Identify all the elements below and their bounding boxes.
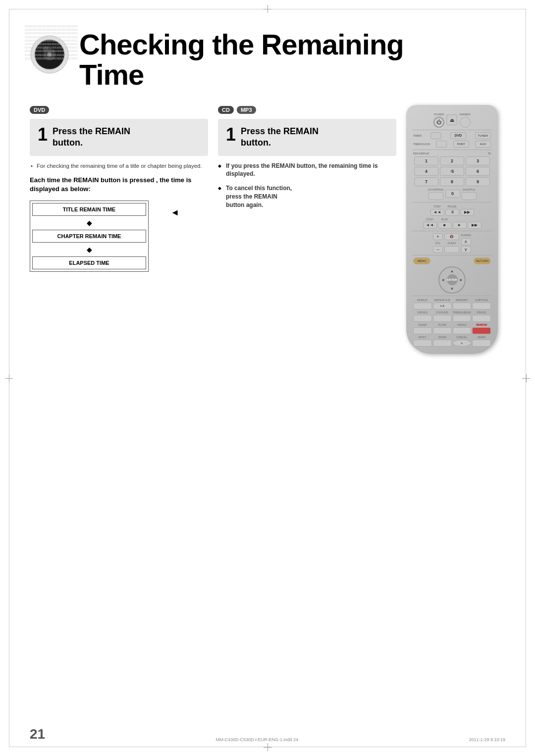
eject-button[interactable]: ⏏ (446, 114, 457, 125)
step-label: STEP (433, 205, 440, 208)
zoom-button[interactable] (433, 340, 452, 347)
dspreq-button[interactable] (413, 315, 432, 322)
play-label: PLAY (441, 218, 448, 221)
memory-button[interactable] (453, 302, 472, 309)
flow-item1: TITLE REMAIN TIME (32, 203, 146, 216)
menu-button[interactable]: MENU (413, 257, 430, 264)
flow-item2: CHAPTER REMAIN TIME (32, 230, 146, 243)
demo-button[interactable] (472, 340, 491, 347)
p-bass-button[interactable] (472, 315, 491, 322)
stop-button[interactable]: ■ (438, 222, 452, 229)
timer-label: TIMER (413, 134, 422, 137)
rev-button[interactable]: ◄◄ (423, 222, 437, 229)
enter-button[interactable]: ENTER (447, 274, 458, 285)
shuffle-label: SHUFFLE (463, 188, 475, 191)
fwd-button[interactable]: ▶▶ (468, 222, 482, 229)
repeat-ab-label: REPEAT A-B (434, 299, 450, 302)
psound-button[interactable] (433, 315, 452, 322)
remote-control: POWER ⏻ ⏏ DIMMER TIMER DVD TUNER TIMER/C… (406, 105, 498, 354)
btn-5[interactable]: ·5 (440, 167, 464, 176)
cd-step1-num: 1 (226, 126, 236, 144)
nav-up[interactable]: ▲ (450, 269, 454, 273)
cross-top (264, 5, 271, 13)
repeat-label: REPEAT (417, 299, 428, 302)
power-button[interactable]: ⏻ (433, 117, 444, 128)
tuner-button[interactable]: TUNER (475, 132, 491, 139)
dvd-step1-num: 1 (38, 126, 48, 144)
treble-bass-button[interactable] (453, 315, 472, 322)
btn-1[interactable]: 1 (414, 156, 438, 165)
cd-ripping-label: CD RIPPING (428, 188, 443, 191)
play-button[interactable]: ► (453, 222, 467, 229)
treble-bass-label: TREBLE/BASS (453, 311, 472, 314)
stop-label: STOP (426, 218, 433, 221)
btn-2[interactable]: 2 (440, 156, 464, 165)
demo-label: DEMO (478, 336, 486, 339)
subtitle-label: SUBTITLE (475, 299, 488, 302)
dvd-button[interactable]: DVD (450, 132, 466, 139)
subtitle-button[interactable] (472, 302, 491, 309)
nav-left[interactable]: ◄ (441, 278, 445, 282)
pause-button[interactable]: ⏸ (445, 209, 459, 216)
cancel-button[interactable]: ⊘ (453, 340, 472, 347)
sleep-label: SLEEP (418, 323, 427, 326)
slow-label: SLOW (438, 323, 446, 326)
flow-diagram: TITLE REMAIN TIME ◆ CHAPTER REMAIN TIME … (30, 201, 178, 272)
dvd-section: DVD 1 Press the REMAIN button. For check… (30, 105, 208, 354)
sleep-button[interactable] (413, 327, 432, 334)
cd-diamond2: To cancel this function, press the REMAI… (218, 184, 396, 209)
tuning-up-button[interactable]: ∧ (461, 238, 471, 245)
btn-4[interactable]: 4 (414, 167, 438, 176)
mute-button[interactable]: 🔇 (444, 233, 459, 240)
most-button[interactable] (413, 340, 432, 347)
audio-label: AUDIO (447, 242, 456, 245)
dimmer-button[interactable] (460, 117, 471, 128)
footer-date: 2011-1-29 9:10:19 (469, 737, 505, 742)
dvd-step1-text: Press the REMAIN button. (53, 126, 130, 149)
flow-item3: ELAPSED TIME (32, 256, 146, 269)
next-button[interactable]: ▶▶ (460, 209, 474, 216)
main-content: DVD 1 Press the REMAIN button. For check… (0, 100, 535, 364)
prev-button[interactable]: ◄◄ (430, 209, 444, 216)
repeat-button[interactable] (413, 302, 432, 309)
port-button[interactable]: PORT (453, 141, 469, 148)
dvd-instruction: Each time the REMAIN button is pressed ,… (30, 176, 208, 194)
timer-clock-button[interactable] (436, 141, 447, 148)
ta-label: TA (488, 152, 491, 155)
dvd-bullet: For checking the remaining time of a tit… (30, 162, 208, 170)
nav-down[interactable]: ▼ (450, 287, 454, 291)
btn-0[interactable]: 0 (445, 190, 460, 198)
zoom-label: ZOOM (438, 336, 446, 339)
tuning-label: TUNING (461, 234, 471, 237)
cross-left (5, 374, 13, 382)
dvd-badge: DVD (30, 106, 49, 114)
tuning-down-button[interactable]: ∨ (461, 246, 471, 253)
btn-9[interactable]: 9 (466, 177, 490, 186)
remain-button[interactable] (472, 327, 491, 334)
aux-button[interactable]: AUX (475, 141, 491, 148)
cd-label: CD (218, 106, 234, 114)
angle-label: ANGLE (457, 323, 467, 326)
shuffle-button[interactable] (462, 192, 477, 200)
repeat-ab-button[interactable]: A-B (433, 302, 452, 309)
vol-plus-button[interactable]: + (433, 233, 443, 240)
rds-display-label: RDS DISPLAY (413, 152, 429, 155)
nav-right[interactable]: ► (459, 278, 463, 282)
page-number: 21 (30, 726, 45, 742)
binary-decoration: 01010101010101010101010101010101 1010101… (25, 25, 89, 60)
timer-button[interactable] (430, 132, 441, 139)
angle-button[interactable] (453, 327, 472, 334)
cd-ripping-button[interactable] (428, 192, 443, 200)
cd-diamond1: If you press the REMAIN button, the rema… (218, 162, 396, 179)
btn-8[interactable]: 8 (440, 177, 464, 186)
nav-circle: ▲ ▼ ◄ ► ENTER (438, 266, 466, 294)
btn-6[interactable]: 6 (466, 167, 490, 176)
btn-3[interactable]: 3 (466, 156, 490, 165)
btn-7[interactable]: 7 (414, 177, 438, 186)
flow-arrow2: ◆ (30, 245, 148, 254)
return-button[interactable]: RETURN (474, 257, 491, 264)
audio-button[interactable] (444, 246, 459, 253)
vol-minus-button[interactable]: – (433, 246, 443, 253)
slow-button[interactable] (433, 327, 452, 334)
cross-right (522, 374, 530, 382)
